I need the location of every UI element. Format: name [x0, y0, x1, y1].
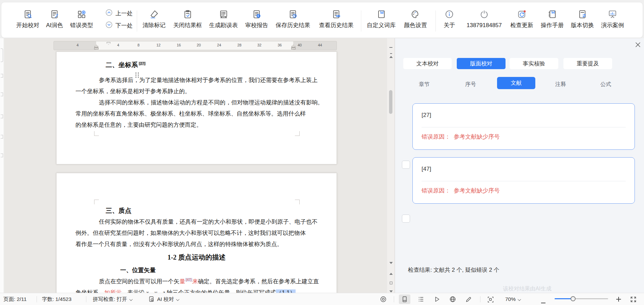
collapsed-side-tab[interactable] — [1, 93, 3, 96]
collapsed-side-tab[interactable] — [1, 74, 3, 78]
doc-swap-icon — [578, 9, 587, 19]
ai-polish-button[interactable]: AI润色 — [46, 9, 63, 29]
ai-proofread-icon[interactable] — [148, 296, 155, 303]
color-settings-label: 颜色设置 — [404, 22, 427, 29]
doc-polish-icon — [50, 9, 59, 19]
ruler-number: 28 — [237, 43, 241, 47]
ruler-number: 4 — [77, 43, 79, 47]
collapsed-side-tab[interactable] — [1, 135, 3, 139]
error-reason: 错误原因：参考文献缺少序号 — [422, 187, 500, 195]
previous-page-icon[interactable] — [387, 270, 395, 276]
result-checkbox[interactable] — [402, 215, 410, 223]
error-reason: 错误原因：参考文献缺少序号 — [422, 133, 500, 141]
close-panel-icon[interactable] — [634, 41, 642, 48]
manual-button[interactable]: 操作手册 — [541, 9, 564, 29]
presentation-icon — [608, 9, 617, 19]
zoom-slider-knob[interactable] — [571, 296, 576, 301]
subtab-references[interactable]: 文献 — [497, 77, 535, 89]
result-card[interactable]: [47] 错误原因：参考文献缺少序号 — [412, 157, 635, 204]
view-history-label: 查看历史结果 — [319, 22, 353, 29]
about-label: 关于 — [444, 22, 455, 29]
error-marked-text[interactable]: 如所示 — [104, 289, 122, 293]
error-type-button[interactable]: 错误类型 — [70, 9, 93, 29]
version-switch-label: 版本切换 — [571, 22, 594, 29]
manual-label: 操作手册 — [541, 22, 564, 29]
document-page-1[interactable]: 二、坐标系[27] 参考系选择后，为了定量地描述物体相对于参考系的位置，我们还需… — [56, 52, 337, 164]
collapsed-side-tab[interactable] — [1, 154, 3, 157]
right-margin-marker[interactable] — [291, 47, 296, 49]
generate-errata-button[interactable]: 生成勘误表 — [209, 9, 238, 29]
close-result-box-button[interactable]: 关闭结果框 — [173, 9, 202, 29]
doc-subheading-position-vector: 一、位置矢量 — [120, 266, 156, 274]
ruler-number: 40 — [298, 43, 302, 47]
scroll-down-icon[interactable] — [387, 259, 395, 265]
citation-superscript[interactable]: [47] — [185, 278, 192, 282]
error-marked-text[interactable]: 来 — [192, 278, 198, 285]
print-layout-icon[interactable] — [401, 296, 408, 303]
ai-proofread-menu[interactable]: AI 校对 — [157, 293, 178, 305]
result-card[interactable]: [27] 错误原因：参考文献缺少序号 — [412, 103, 635, 150]
outline-view-icon[interactable] — [417, 296, 424, 303]
document-scrollbar[interactable] — [387, 38, 395, 293]
color-settings-button[interactable]: 颜色设置 — [404, 9, 427, 29]
doc-line: 任何实际的物体不仅具有质量，还具有一定的大小和形状，即便是小到原子、电子也不 — [99, 218, 318, 226]
next-issue-button[interactable]: 下一处 — [105, 21, 133, 30]
review-report-button[interactable]: 审校报告 — [245, 9, 268, 29]
subtab-chapters[interactable]: 章节 — [410, 78, 439, 90]
zoom-in-icon[interactable] — [616, 297, 621, 303]
dictionary-icon — [377, 9, 386, 19]
view-history-button[interactable]: 查看历史结果 — [319, 9, 353, 29]
tab-fact-check[interactable]: 事实核验 — [510, 58, 558, 69]
highlighted-formula-ref[interactable]: （1.1） — [276, 289, 296, 293]
clipboard-check-icon — [183, 9, 192, 19]
custom-dictionary-button[interactable]: 自定义词库 — [367, 9, 396, 29]
browse-object-icon[interactable] — [387, 280, 395, 286]
ruler-number: 32 — [257, 43, 261, 47]
tab-layout-proofread[interactable]: 版面校对 — [457, 58, 506, 69]
edit-mode-icon[interactable] — [465, 296, 472, 303]
eye-protection-icon[interactable] — [380, 296, 387, 303]
doc-line: 参考系选择后，为了定量地描述物体相对于参考系的位置，我们还需要在参考系上装上 — [99, 76, 318, 84]
read-mode-icon[interactable] — [433, 296, 440, 303]
margin-corner-mark — [94, 131, 99, 136]
citation-superscript[interactable]: [27] — [138, 62, 146, 65]
save-history-button[interactable]: 保存历史结果 — [276, 9, 310, 29]
scroll-up-icon[interactable] — [387, 53, 395, 59]
start-proofread-button[interactable]: 开始校对 — [16, 9, 39, 29]
collapsed-side-tab[interactable] — [1, 48, 3, 62]
margin-corner-mark — [295, 131, 300, 136]
subtab-numbering[interactable]: 序号 — [456, 78, 485, 90]
check-update-label: 检查更新 — [510, 22, 533, 29]
page-indicator[interactable]: 页面: 2/11 — [3, 293, 27, 305]
error-marked-text[interactable]: 量 — [179, 278, 185, 285]
zoom-out-icon[interactable] — [541, 299, 545, 305]
tab-key-mentions[interactable]: 重要提及 — [563, 58, 612, 69]
result-checkbox[interactable] — [402, 161, 410, 169]
word-count[interactable]: 字数: 1/4523 — [42, 293, 71, 305]
scrollbar-thumb[interactable] — [389, 90, 392, 114]
tab-text-proofread[interactable]: 文本校对 — [403, 58, 452, 69]
subtab-formulas[interactable]: 公式 — [591, 78, 620, 90]
fit-page-icon[interactable] — [487, 296, 494, 303]
collapsed-side-tab[interactable] — [1, 115, 3, 118]
account-phone-label: 13879184857 — [467, 22, 502, 29]
account-phone-button[interactable]: 13879184857 — [467, 9, 502, 29]
ruler-number: 24 — [217, 43, 221, 47]
power-icon — [479, 9, 489, 19]
spellcheck-toggle[interactable]: 拼写检查: 打开 — [93, 293, 132, 305]
clear-marks-button[interactable]: 清除标记 — [143, 9, 166, 29]
fullscreen-icon[interactable] — [630, 296, 637, 303]
zoom-level[interactable]: 70% — [505, 293, 520, 305]
next-page-icon[interactable] — [387, 288, 395, 293]
left-margin-marker[interactable] — [94, 47, 99, 49]
about-button[interactable]: 关于 — [444, 9, 455, 29]
horizontal-ruler[interactable]: 4 4 8 12 16 20 24 28 32 36 40 44 — [53, 41, 337, 50]
document-page-2[interactable]: 三、质点 任何实际的物体不仅具有质量，还具有一定的大小和形状，即便是小到原子、电… — [56, 173, 337, 293]
demo-cases-button[interactable]: 演示案例 — [601, 9, 624, 29]
subtab-notes[interactable]: 注释 — [546, 78, 575, 90]
check-update-button[interactable]: 检查更新 — [510, 9, 533, 29]
web-layout-icon[interactable] — [449, 296, 456, 303]
version-switch-button[interactable]: 版本切换 — [571, 9, 594, 29]
zoom-slider-track[interactable] — [555, 298, 608, 299]
previous-issue-button[interactable]: 上一处 — [105, 8, 133, 18]
